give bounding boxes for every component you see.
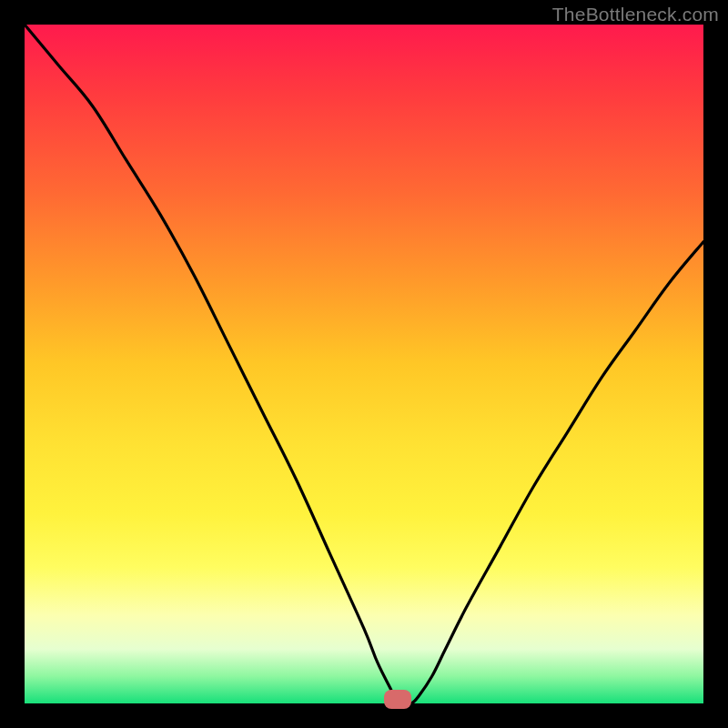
watermark-text: TheBottleneck.com	[552, 4, 719, 25]
chart-frame: TheBottleneck.com	[0, 0, 728, 728]
bottleneck-curve	[25, 25, 703, 703]
optimal-marker	[384, 690, 411, 709]
plot-area	[25, 25, 703, 703]
